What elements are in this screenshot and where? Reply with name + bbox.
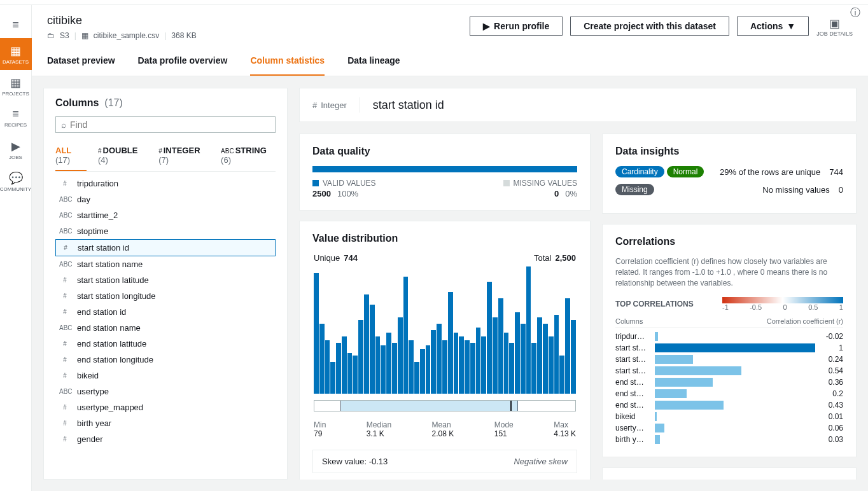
column-item[interactable]: ABCstarttime_2 (55, 207, 276, 223)
type-tab-all[interactable]: ALL (17) (55, 141, 87, 171)
tabs: Dataset previewData profile overviewColu… (32, 46, 868, 76)
hash-icon: # (312, 100, 317, 110)
type-tab-integer[interactable]: #INTEGER (7) (158, 141, 209, 171)
left-nav: ≡ ▦DATASETS▦PROJECTS≡RECIPES▶JOBS💬COMMUN… (0, 5, 32, 491)
col-type-icon: # (59, 436, 71, 443)
col-type-icon: # (59, 340, 71, 347)
histogram-bar (426, 345, 431, 394)
histogram-bar (347, 353, 353, 394)
column-item[interactable]: #gender (55, 431, 276, 447)
nav-recipes[interactable]: ≡RECIPES (0, 102, 32, 134)
type-tab-string[interactable]: ABCSTRING (6) (221, 141, 276, 171)
col-type-icon: # (59, 372, 71, 379)
histogram-bar (543, 324, 548, 394)
histogram-bar (454, 333, 459, 394)
correlation-row: end st…0.43 (615, 399, 843, 411)
col-type-icon: ABC (59, 261, 71, 268)
columns-search-input[interactable] (70, 120, 270, 130)
cardinality-pill: Cardinality (615, 166, 664, 177)
histogram-bar (470, 343, 475, 394)
histogram-bar (403, 277, 409, 394)
data-quality-card: Data quality VALID VALUES 2500100% MISSI… (299, 134, 591, 211)
histogram-bar (526, 266, 531, 394)
histogram-bar (375, 336, 381, 394)
job-details-button[interactable]: ▣JOB DETAILS (816, 17, 853, 37)
stat-median: Median3.1 K (367, 420, 391, 438)
missing-pill: Missing (615, 184, 654, 195)
correlation-row: end st…0.2 (615, 388, 843, 399)
correlation-row: end st…0.36 (615, 377, 843, 388)
create-project-button[interactable]: Create project with this dataset (570, 17, 729, 36)
column-item[interactable]: #usertype_mapped (55, 399, 276, 415)
correlation-row: tripdur…-0.02 (615, 331, 843, 342)
play-icon: ▶ (483, 21, 490, 31)
histogram-bar (571, 320, 576, 394)
nav-projects[interactable]: ▦PROJECTS (0, 70, 32, 102)
actions-button[interactable]: Actions▼ (737, 17, 809, 36)
column-item[interactable]: ABCend station name (55, 320, 276, 336)
histogram-bar (521, 324, 526, 394)
column-list: #tripdurationABCdayABCstarttime_2ABCstop… (55, 176, 276, 447)
nav-jobs[interactable]: ▶JOBS (0, 134, 32, 165)
tab-data-lineage[interactable]: Data lineage (347, 46, 400, 76)
histogram-bar (549, 336, 554, 394)
column-item[interactable]: #start station id (55, 239, 276, 256)
column-item[interactable]: #end station longitude (55, 352, 276, 368)
histogram-bar (448, 292, 453, 394)
hamburger-icon[interactable]: ≡ (0, 13, 32, 38)
column-item[interactable]: #tripduration (55, 176, 276, 191)
type-tab-double[interactable]: #DOUBLE (4) (98, 141, 147, 171)
column-item[interactable]: ABCstart station name (55, 256, 276, 272)
correlation-row: userty…0.06 (615, 422, 843, 434)
histogram-bar (370, 305, 375, 394)
column-item[interactable]: #end station latitude (55, 336, 276, 352)
histogram-bar (531, 343, 536, 394)
nav-datasets[interactable]: ▦DATASETS (0, 38, 32, 70)
column-item[interactable]: ABCday (55, 191, 276, 207)
histogram-bar (559, 356, 564, 394)
stat-mode: Mode151 (494, 420, 514, 438)
histogram-bar (504, 333, 509, 394)
correlations-card: Correlations Correlation coefficient (r)… (602, 224, 857, 457)
col-type-icon: # (59, 356, 71, 363)
page-title: citibike (47, 14, 457, 27)
tab-column-statistics[interactable]: Column statistics (250, 46, 325, 76)
search-icon: ⌕ (61, 120, 66, 130)
chevron-down-icon: ▼ (787, 21, 795, 31)
tab-data-profile-overview[interactable]: Data profile overview (138, 46, 228, 76)
histogram-bar (325, 340, 330, 394)
col-type-icon: # (60, 244, 71, 251)
histogram-bar (398, 317, 403, 394)
histogram-bar (487, 282, 492, 394)
column-item[interactable]: #start station latitude (55, 272, 276, 288)
col-type-icon: # (59, 180, 71, 187)
nav-icon: 💬 (9, 171, 23, 185)
column-name: start station id (373, 99, 444, 112)
correlation-row: bikeid0.01 (615, 411, 843, 422)
type-filter-tabs: ALL (17)#DOUBLE (4)#INTEGER (7)ABCSTRING… (55, 141, 276, 172)
col-type-icon: # (59, 277, 71, 284)
tab-dataset-preview[interactable]: Dataset preview (47, 46, 115, 76)
col-type-icon: # (59, 293, 71, 300)
distribution-stats: Min79Median3.1 KMean2.08 KMode151Max4.13… (312, 420, 577, 438)
columns-panel: Columns (17) ⌕ ALL (17)#DOUBLE (4)#INTEG… (43, 88, 288, 480)
column-item[interactable]: #end station id (55, 304, 276, 320)
column-item[interactable]: #start station longitude (55, 288, 276, 304)
rerun-profile-button[interactable]: ▶Rerun profile (470, 17, 563, 36)
histogram-bar (459, 336, 464, 394)
normal-pill: Normal (667, 166, 704, 177)
col-type-icon: # (59, 404, 71, 411)
distribution-histogram (312, 266, 577, 394)
histogram-bar (342, 336, 347, 394)
column-item[interactable]: #birth year (55, 415, 276, 431)
histogram-bar (314, 273, 319, 394)
skew-box: Skew value: -0.13 Negative skew (312, 450, 577, 473)
column-item[interactable]: ABCstoptime (55, 223, 276, 239)
column-item[interactable]: #bikeid (55, 368, 276, 384)
histogram-bar (437, 324, 442, 394)
nav-community[interactable]: 💬COMMUNITY (0, 165, 32, 197)
columns-search[interactable]: ⌕ (55, 116, 276, 133)
column-item[interactable]: ABCusertype (55, 384, 276, 399)
histogram-bar (509, 343, 514, 394)
info-icon[interactable]: ⓘ (850, 6, 860, 20)
